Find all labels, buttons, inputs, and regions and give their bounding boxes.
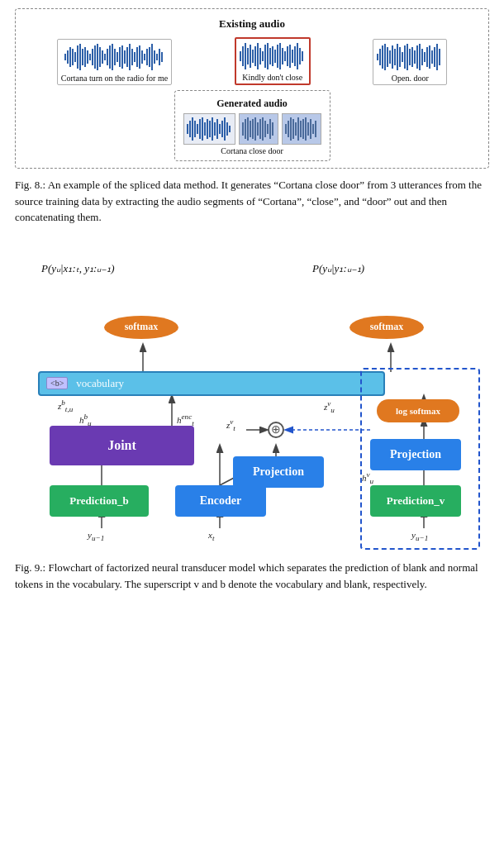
softmax-oval-right: softmax (349, 316, 424, 339)
svg-rect-74 (397, 44, 398, 70)
projection-right-box: Projection (370, 439, 461, 470)
generated-box: Generated audio (174, 90, 330, 161)
svg-rect-95 (194, 121, 196, 137)
label-z-t: zvt (226, 417, 235, 432)
svg-rect-58 (284, 51, 286, 61)
prediction-b-box: Prediction_b (50, 485, 149, 517)
audio2-label: Kindly don't close (242, 73, 302, 82)
svg-rect-133 (310, 119, 311, 139)
b-tag: <b> (46, 377, 68, 389)
svg-rect-85 (424, 52, 426, 62)
svg-rect-122 (272, 122, 273, 136)
svg-rect-19 (112, 44, 113, 70)
svg-rect-131 (305, 117, 307, 141)
svg-rect-94 (192, 117, 193, 141)
svg-rect-105 (219, 124, 221, 134)
projection-left-box: Projection (233, 456, 324, 488)
svg-rect-53 (272, 46, 273, 66)
svg-rect-79 (409, 49, 411, 65)
svg-rect-66 (377, 54, 378, 60)
svg-rect-41 (242, 46, 244, 66)
svg-rect-39 (161, 52, 163, 62)
svg-rect-98 (202, 117, 203, 141)
svg-rect-129 (300, 121, 302, 137)
svg-rect-16 (104, 54, 106, 60)
waveform-3 (377, 42, 443, 72)
input-y-right: yu−1 (411, 530, 428, 542)
input-x-t: xt (208, 530, 214, 542)
figure8-container: Existing audio (15, 8, 489, 169)
svg-rect-21 (116, 52, 118, 62)
svg-rect-92 (187, 124, 188, 134)
svg-rect-102 (212, 117, 213, 141)
fig9-caption: Fig. 9.: Flowchart of factorized neural … (15, 560, 489, 593)
svg-rect-48 (259, 48, 261, 64)
circle-plus: ⊕ (268, 422, 284, 438)
svg-rect-113 (250, 121, 251, 137)
encoder-box: Encoder (175, 485, 266, 517)
svg-rect-60 (289, 45, 291, 68)
gen-audio-section: Generated audio (26, 90, 478, 161)
svg-rect-68 (382, 45, 383, 69)
svg-rect-91 (439, 49, 440, 65)
svg-rect-100 (207, 119, 208, 139)
svg-rect-28 (134, 52, 136, 62)
audio-clip-2: Kindly don't close (235, 37, 311, 85)
svg-rect-10 (89, 54, 91, 60)
svg-rect-93 (189, 121, 191, 137)
svg-rect-9 (87, 50, 88, 64)
svg-rect-80 (411, 47, 413, 67)
svg-rect-15 (102, 50, 103, 64)
fig8-caption: Fig. 8.: An example of the spliced data … (15, 177, 489, 226)
svg-rect-45 (252, 50, 254, 63)
svg-rect-27 (131, 49, 133, 65)
svg-rect-12 (94, 45, 96, 69)
label-z-b-tu: zbt,u (58, 398, 73, 413)
math-label-left: P(yᵤ|x₁:ₜ, y₁:ᵤ₋₁) (41, 262, 115, 275)
svg-rect-56 (279, 43, 281, 69)
joint-box: Joint (50, 426, 194, 465)
svg-rect-118 (262, 117, 264, 141)
waveform-2 (240, 41, 306, 71)
figure9-diagram: P(yᵤ|x₁:ₜ, y₁:ᵤ₋₁) P(yᵤ|y₁:ᵤ₋₁) softmax … (15, 237, 489, 551)
svg-rect-13 (97, 44, 98, 70)
svg-rect-47 (257, 43, 259, 69)
svg-rect-33 (146, 49, 148, 65)
svg-rect-126 (292, 119, 294, 139)
svg-rect-110 (242, 122, 244, 136)
svg-rect-8 (84, 47, 86, 67)
svg-rect-101 (209, 121, 211, 137)
svg-rect-23 (121, 45, 123, 69)
svg-rect-57 (282, 48, 283, 64)
svg-rect-76 (402, 52, 403, 62)
svg-rect-124 (288, 121, 289, 137)
svg-rect-121 (269, 119, 271, 139)
svg-rect-99 (204, 122, 206, 136)
svg-rect-134 (312, 124, 314, 134)
svg-rect-46 (254, 46, 256, 66)
svg-rect-72 (392, 45, 393, 69)
svg-rect-107 (224, 117, 226, 141)
svg-rect-114 (252, 119, 254, 139)
svg-rect-71 (389, 50, 391, 64)
svg-rect-65 (302, 51, 303, 61)
svg-rect-116 (257, 122, 259, 136)
audio-clip-3: Open. door (373, 39, 447, 85)
svg-rect-32 (144, 54, 145, 60)
svg-rect-87 (429, 45, 430, 69)
svg-rect-51 (267, 43, 269, 69)
svg-rect-14 (99, 47, 101, 67)
svg-rect-64 (299, 48, 301, 64)
svg-rect-82 (416, 45, 418, 69)
svg-rect-38 (159, 49, 160, 65)
gen-label: Cortana close door (221, 146, 283, 155)
gen-wave-2 (242, 116, 275, 142)
gen-wave-3 (285, 116, 318, 142)
svg-rect-125 (290, 117, 292, 141)
svg-rect-96 (197, 124, 198, 134)
svg-rect-31 (141, 50, 143, 64)
label-h-v-u: hvu (362, 470, 373, 485)
svg-rect-106 (221, 121, 223, 137)
svg-rect-70 (387, 47, 388, 67)
label-z-v-u: zvu (324, 399, 335, 414)
